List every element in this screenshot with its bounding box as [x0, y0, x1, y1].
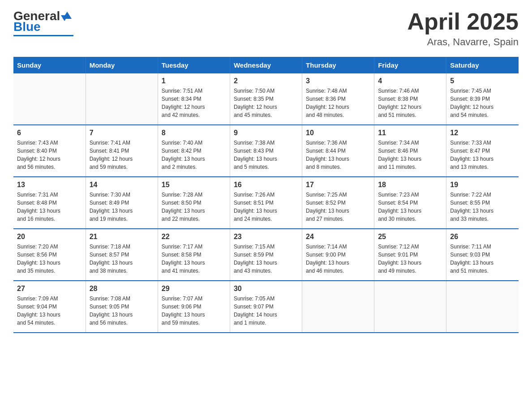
day-info: Sunrise: 7:38 AM Sunset: 8:43 PM Dayligh…: [234, 139, 298, 171]
location-title: Aras, Navarre, Spain: [407, 36, 519, 48]
day-info: Sunrise: 7:46 AM Sunset: 8:38 PM Dayligh…: [378, 87, 442, 119]
day-info: Sunrise: 7:08 AM Sunset: 9:05 PM Dayligh…: [90, 295, 154, 327]
day-info: Sunrise: 7:26 AM Sunset: 8:51 PM Dayligh…: [234, 191, 298, 223]
calendar-cell: 1Sunrise: 7:51 AM Sunset: 8:34 PM Daylig…: [158, 73, 230, 125]
day-info: Sunrise: 7:11 AM Sunset: 9:03 PM Dayligh…: [450, 243, 515, 275]
day-info: Sunrise: 7:50 AM Sunset: 8:35 PM Dayligh…: [234, 87, 298, 119]
day-info: Sunrise: 7:30 AM Sunset: 8:49 PM Dayligh…: [90, 191, 154, 223]
day-number: 3: [306, 77, 370, 85]
day-info: Sunrise: 7:20 AM Sunset: 8:56 PM Dayligh…: [17, 243, 82, 275]
day-number: 4: [378, 77, 442, 85]
calendar-cell: 25Sunrise: 7:12 AM Sunset: 9:01 PM Dayli…: [374, 229, 446, 281]
title-area: April 2025 Aras, Navarre, Spain: [407, 9, 519, 48]
day-info: Sunrise: 7:23 AM Sunset: 8:54 PM Dayligh…: [378, 191, 442, 223]
calendar-cell: 30Sunrise: 7:05 AM Sunset: 9:07 PM Dayli…: [230, 281, 302, 333]
day-number: 5: [450, 77, 515, 85]
calendar-cell: 9Sunrise: 7:38 AM Sunset: 8:43 PM Daylig…: [230, 125, 302, 177]
day-number: 7: [90, 129, 154, 137]
day-number: 21: [90, 233, 154, 241]
day-number: 26: [450, 233, 515, 241]
day-number: 10: [306, 129, 370, 137]
calendar-week-row: 1Sunrise: 7:51 AM Sunset: 8:34 PM Daylig…: [13, 73, 519, 125]
calendar-cell: [446, 281, 519, 333]
day-number: 24: [306, 233, 370, 241]
day-info: Sunrise: 7:43 AM Sunset: 8:40 PM Dayligh…: [17, 139, 82, 171]
calendar-week-row: 6Sunrise: 7:43 AM Sunset: 8:40 PM Daylig…: [13, 125, 519, 177]
calendar-cell: 18Sunrise: 7:23 AM Sunset: 8:54 PM Dayli…: [374, 177, 446, 229]
calendar-cell: 7Sunrise: 7:41 AM Sunset: 8:41 PM Daylig…: [86, 125, 158, 177]
day-number: 22: [162, 233, 226, 241]
calendar-cell: 2Sunrise: 7:50 AM Sunset: 8:35 PM Daylig…: [230, 73, 302, 125]
day-info: Sunrise: 7:15 AM Sunset: 8:59 PM Dayligh…: [234, 243, 298, 275]
day-info: Sunrise: 7:28 AM Sunset: 8:50 PM Dayligh…: [162, 191, 226, 223]
day-number: 16: [234, 181, 298, 189]
day-info: Sunrise: 7:51 AM Sunset: 8:34 PM Dayligh…: [162, 87, 226, 119]
day-info: Sunrise: 7:41 AM Sunset: 8:41 PM Dayligh…: [90, 139, 154, 171]
calendar-cell: 22Sunrise: 7:17 AM Sunset: 8:58 PM Dayli…: [158, 229, 230, 281]
day-info: Sunrise: 7:34 AM Sunset: 8:46 PM Dayligh…: [378, 139, 442, 171]
day-number: 12: [450, 129, 515, 137]
day-number: 1: [162, 77, 226, 85]
calendar-cell: 23Sunrise: 7:15 AM Sunset: 8:59 PM Dayli…: [230, 229, 302, 281]
calendar-week-row: 27Sunrise: 7:09 AM Sunset: 9:04 PM Dayli…: [13, 281, 519, 333]
day-number: 15: [162, 181, 226, 189]
day-number: 20: [17, 233, 82, 241]
day-info: Sunrise: 7:36 AM Sunset: 8:44 PM Dayligh…: [306, 139, 370, 171]
day-number: 30: [234, 285, 298, 293]
calendar-cell: 13Sunrise: 7:31 AM Sunset: 8:48 PM Dayli…: [13, 177, 86, 229]
calendar-cell: 15Sunrise: 7:28 AM Sunset: 8:50 PM Dayli…: [158, 177, 230, 229]
calendar-cell: 3Sunrise: 7:48 AM Sunset: 8:36 PM Daylig…: [302, 73, 374, 125]
calendar-cell: 29Sunrise: 7:07 AM Sunset: 9:06 PM Dayli…: [158, 281, 230, 333]
calendar-cell: 16Sunrise: 7:26 AM Sunset: 8:51 PM Dayli…: [230, 177, 302, 229]
calendar-cell: 5Sunrise: 7:45 AM Sunset: 8:39 PM Daylig…: [446, 73, 519, 125]
weekday-header-row: SundayMondayTuesdayWednesdayThursdayFrid…: [13, 57, 519, 73]
month-title: April 2025: [407, 9, 519, 34]
calendar-cell: 24Sunrise: 7:14 AM Sunset: 9:00 PM Dayli…: [302, 229, 374, 281]
day-info: Sunrise: 7:17 AM Sunset: 8:58 PM Dayligh…: [162, 243, 226, 275]
logo: General Blue: [13, 9, 73, 36]
calendar-cell: 11Sunrise: 7:34 AM Sunset: 8:46 PM Dayli…: [374, 125, 446, 177]
day-number: 11: [378, 129, 442, 137]
page-header: General Blue April 2025 Aras, Navarre, S…: [13, 9, 519, 48]
day-number: 6: [17, 129, 82, 137]
weekday-header-saturday: Saturday: [446, 57, 519, 73]
day-info: Sunrise: 7:18 AM Sunset: 8:57 PM Dayligh…: [90, 243, 154, 275]
calendar-cell: 10Sunrise: 7:36 AM Sunset: 8:44 PM Dayli…: [302, 125, 374, 177]
day-info: Sunrise: 7:09 AM Sunset: 9:04 PM Dayligh…: [17, 295, 82, 327]
calendar-week-row: 20Sunrise: 7:20 AM Sunset: 8:56 PM Dayli…: [13, 229, 519, 281]
day-info: Sunrise: 7:31 AM Sunset: 8:48 PM Dayligh…: [17, 191, 82, 223]
day-info: Sunrise: 7:07 AM Sunset: 9:06 PM Dayligh…: [162, 295, 226, 327]
day-number: 27: [17, 285, 82, 293]
day-info: Sunrise: 7:45 AM Sunset: 8:39 PM Dayligh…: [450, 87, 515, 119]
calendar-cell: [374, 281, 446, 333]
calendar-cell: 4Sunrise: 7:46 AM Sunset: 8:38 PM Daylig…: [374, 73, 446, 125]
day-number: 29: [162, 285, 226, 293]
calendar-cell: 27Sunrise: 7:09 AM Sunset: 9:04 PM Dayli…: [13, 281, 86, 333]
day-number: 8: [162, 129, 226, 137]
weekday-header-wednesday: Wednesday: [230, 57, 302, 73]
calendar-cell: 28Sunrise: 7:08 AM Sunset: 9:05 PM Dayli…: [86, 281, 158, 333]
weekday-header-tuesday: Tuesday: [158, 57, 230, 73]
day-info: Sunrise: 7:25 AM Sunset: 8:52 PM Dayligh…: [306, 191, 370, 223]
logo-blue-text: Blue: [13, 20, 41, 34]
logo-underline: [13, 35, 73, 36]
day-info: Sunrise: 7:22 AM Sunset: 8:55 PM Dayligh…: [450, 191, 515, 223]
weekday-header-monday: Monday: [86, 57, 158, 73]
day-number: 25: [378, 233, 442, 241]
day-number: 9: [234, 129, 298, 137]
calendar-week-row: 13Sunrise: 7:31 AM Sunset: 8:48 PM Dayli…: [13, 177, 519, 229]
day-info: Sunrise: 7:05 AM Sunset: 9:07 PM Dayligh…: [234, 295, 298, 327]
calendar-cell: 26Sunrise: 7:11 AM Sunset: 9:03 PM Dayli…: [446, 229, 519, 281]
calendar-cell: 20Sunrise: 7:20 AM Sunset: 8:56 PM Dayli…: [13, 229, 86, 281]
day-number: 18: [378, 181, 442, 189]
calendar-cell: 8Sunrise: 7:40 AM Sunset: 8:42 PM Daylig…: [158, 125, 230, 177]
calendar-cell: [86, 73, 158, 125]
weekday-header-thursday: Thursday: [302, 57, 374, 73]
day-number: 14: [90, 181, 154, 189]
day-number: 28: [90, 285, 154, 293]
day-info: Sunrise: 7:40 AM Sunset: 8:42 PM Dayligh…: [162, 139, 226, 171]
calendar-cell: 21Sunrise: 7:18 AM Sunset: 8:57 PM Dayli…: [86, 229, 158, 281]
weekday-header-sunday: Sunday: [13, 57, 86, 73]
weekday-header-friday: Friday: [374, 57, 446, 73]
calendar-cell: 6Sunrise: 7:43 AM Sunset: 8:40 PM Daylig…: [13, 125, 86, 177]
